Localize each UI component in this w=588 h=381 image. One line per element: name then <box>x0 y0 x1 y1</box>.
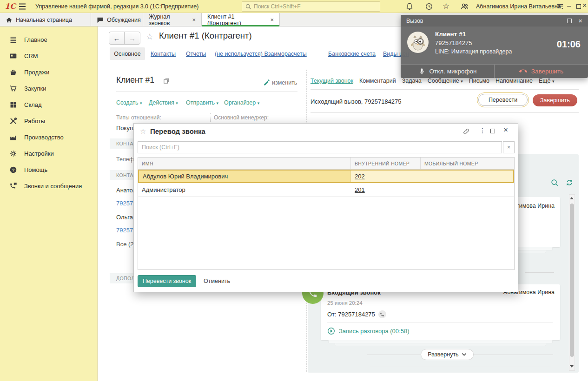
organizer-menu[interactable]: Органайзер ▾ <box>224 99 259 106</box>
sidebar-item-settings[interactable]: Настройки <box>0 146 98 160</box>
dialog-star-icon[interactable]: ☆ <box>140 127 146 136</box>
dialog-close-icon[interactable]: × <box>503 125 508 135</box>
create-menu[interactable]: Создать ▾ <box>116 99 142 106</box>
cell-mobile[interactable] <box>421 171 513 182</box>
close-tab-icon[interactable]: × <box>270 17 274 23</box>
page-tab-bank-accounts[interactable]: Банковские счета <box>328 51 376 57</box>
table-row[interactable]: Администратор 201 <box>138 183 514 197</box>
cell-extension[interactable]: 202 <box>351 171 421 182</box>
scrollbar-thumb[interactable] <box>570 204 574 357</box>
tab-letter[interactable]: Письмо <box>469 78 489 84</box>
tab-reminder[interactable]: Напоминание <box>496 78 533 84</box>
column-header-extension[interactable]: ВНУТРЕННИЙ НОМЕР <box>351 158 421 169</box>
cell-mobile[interactable] <box>421 183 514 196</box>
cancel-button[interactable]: Отменить <box>204 278 230 284</box>
hangup-button[interactable]: Завершить <box>495 65 588 78</box>
tab-more[interactable]: Ещё ▾ <box>539 78 555 84</box>
window-list-icon[interactable] <box>556 3 564 10</box>
dialog-search-input[interactable] <box>138 141 502 153</box>
sidebar-item-calls-messages[interactable]: Звонки и сообщения <box>0 179 98 193</box>
tab-home[interactable]: Начальная страница <box>0 13 91 26</box>
global-search[interactable] <box>242 1 380 12</box>
contact-person-name: Ольга <box>116 214 133 221</box>
sidebar-item-production[interactable]: Производство <box>0 130 98 144</box>
more-commands-icon[interactable]: ⋮ <box>479 127 486 134</box>
mute-mic-button[interactable]: Откл. микрофон <box>401 65 495 78</box>
dialog-search-field[interactable] <box>138 141 502 153</box>
caller-name: Клиент #1 <box>435 31 466 38</box>
record-label[interactable]: Запись разговора (00:58) <box>339 328 409 335</box>
sidebar-item-purchases[interactable]: Закупки <box>0 81 98 95</box>
current-user-name[interactable]: Абнагимова Ирина Витальевна <box>476 3 561 10</box>
notifications-bell-icon[interactable] <box>405 2 414 11</box>
table-row-selected[interactable]: Абдулов Юрий Владимирович 202 <box>138 170 514 183</box>
page-tab-reports[interactable]: Отчеты <box>186 51 206 57</box>
open-in-window-icon[interactable] <box>164 78 169 84</box>
edit-link[interactable]: изменить <box>272 79 297 86</box>
sidebar-item-works[interactable]: Работы <box>0 114 98 128</box>
tab-current-call[interactable]: Текущий звонок <box>311 78 353 84</box>
tab-comment[interactable]: Комментарий <box>359 78 396 84</box>
play-icon[interactable] <box>327 327 335 335</box>
cell-extension[interactable]: 201 <box>351 183 421 196</box>
favorite-star-icon[interactable]: ☆ <box>146 32 153 42</box>
popup-close-icon[interactable]: × <box>578 17 582 25</box>
transfer-button[interactable]: Перевести <box>478 94 528 106</box>
tab-task[interactable]: Задача <box>402 78 422 84</box>
tab-message[interactable]: Сообщение ▾ <box>428 78 463 84</box>
tab-calls-log[interactable]: Журнал звонков × <box>143 13 202 26</box>
finish-call-button[interactable]: Завершить <box>533 94 577 106</box>
tab-discussions[interactable]: Обсуждения <box>91 13 143 26</box>
factory-icon <box>9 133 17 141</box>
column-header-mobile[interactable]: МОБИЛЬНЫЙ НОМЕР <box>421 158 514 169</box>
maximize-icon[interactable] <box>576 4 581 9</box>
1c-logo[interactable]: 1С <box>5 2 16 11</box>
global-search-input[interactable] <box>254 3 377 10</box>
expand-button[interactable]: Развернуть <box>421 349 474 360</box>
main-menu-icon[interactable] <box>19 3 26 10</box>
back-button[interactable]: ← <box>109 32 125 44</box>
clear-search-icon[interactable]: × <box>503 141 515 153</box>
cell-name[interactable]: Администратор <box>138 183 351 196</box>
actions-menu[interactable]: Действия ▾ <box>149 99 178 106</box>
history-clock-icon[interactable] <box>425 2 433 11</box>
svg-text:?: ? <box>12 167 15 172</box>
question-icon: ? <box>9 166 17 174</box>
close-tab-icon[interactable]: × <box>192 17 196 23</box>
sidebar-item-crm[interactable]: CRM <box>0 49 98 63</box>
boxes-icon <box>9 101 17 109</box>
call-popup-titlebar[interactable]: Вызов × <box>401 15 588 26</box>
column-header-name[interactable]: ИМЯ <box>138 158 351 169</box>
scroll-down-arrow[interactable] <box>570 365 574 368</box>
dialog-maximize-icon[interactable] <box>490 129 495 133</box>
scroll-up-arrow[interactable] <box>570 197 574 199</box>
incoming-call-card[interactable]: Входящий звонок Абнагимова Ирина 25 июня… <box>321 284 560 340</box>
send-menu[interactable]: Отправить ▾ <box>186 99 218 106</box>
favorites-star-icon[interactable]: ☆ <box>443 1 449 11</box>
hangup-phone-icon <box>519 67 527 75</box>
sidebar-item-main[interactable]: Главное <box>0 33 98 46</box>
tab-client[interactable]: Клиент #1 (Контрагент) × <box>202 13 280 26</box>
cell-name[interactable]: Абдулов Юрий Владимирович <box>139 171 351 182</box>
sidebar-item-warehouse[interactable]: Склад <box>0 98 98 112</box>
users-icon[interactable] <box>460 2 469 11</box>
refresh-icon[interactable] <box>565 178 574 187</box>
sidebar-item-label: Закупки <box>24 85 46 92</box>
close-window-icon[interactable]: × <box>582 1 587 10</box>
page-tab-settlements[interactable]: (не используется) Взаиморасчеты <box>215 51 307 57</box>
minimize-icon[interactable]: – <box>567 1 571 9</box>
call-date: 25 июня 20:24 <box>327 300 363 306</box>
page-tab-main[interactable]: Основное <box>110 47 145 60</box>
get-link-icon[interactable] <box>462 128 470 135</box>
popup-maximize-icon[interactable] <box>567 19 572 23</box>
call-record-row[interactable]: Запись разговора (00:58) <box>327 327 409 335</box>
callback-phone-icon[interactable] <box>378 310 386 318</box>
feed-search-icon[interactable] <box>550 178 559 187</box>
sidebar-item-help[interactable]: ? Помощь <box>0 163 98 177</box>
forward-button[interactable]: → <box>125 32 140 44</box>
page-tab-contacts[interactable]: Контакты <box>151 51 176 57</box>
sidebar-item-label: Главное <box>24 36 47 43</box>
sidebar-item-sales[interactable]: Продажи <box>0 65 98 79</box>
show-all-link[interactable]: Все (2) <box>116 241 136 248</box>
transfer-call-submit-button[interactable]: Перевести звонок <box>138 275 196 287</box>
